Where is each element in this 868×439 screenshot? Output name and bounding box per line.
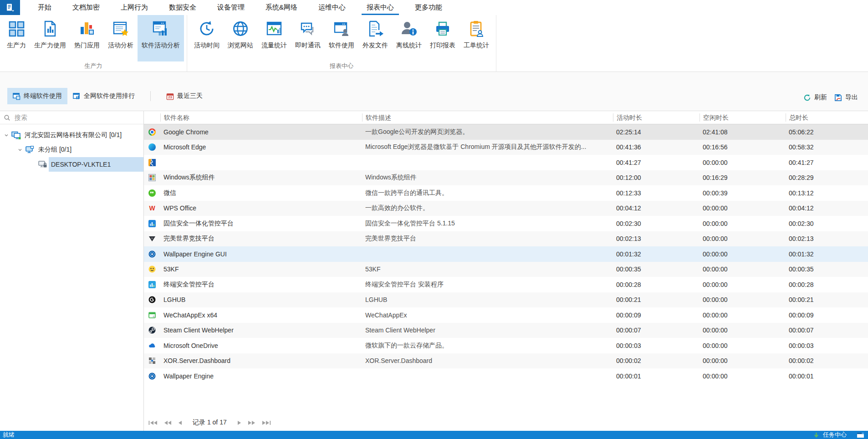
software-name-cell: Microsoft Edge bbox=[160, 143, 362, 151]
ribbon-button-browse-websites[interactable]: 浏览网站 bbox=[224, 15, 257, 61]
first-page-button[interactable] bbox=[148, 420, 158, 426]
software-name-cell: 固信安全一体化管控平台 bbox=[160, 220, 362, 228]
next-page-button[interactable] bbox=[237, 420, 242, 426]
idle-time-cell: 00:00:00 bbox=[700, 250, 786, 258]
total-time-cell: 00:01:32 bbox=[786, 250, 868, 258]
idle-time-cell: 00:00:39 bbox=[700, 189, 786, 197]
ribbon-button-print-reports[interactable]: 打印报表 bbox=[426, 15, 460, 61]
ribbon-button-activity-time[interactable]: 活动时间 bbox=[190, 15, 224, 61]
fast-next-page-button[interactable] bbox=[247, 420, 256, 426]
wechatappex-app-icon bbox=[144, 311, 160, 319]
ribbon-button-software-activity-analysis[interactable]: 软件活动分析 bbox=[138, 15, 184, 61]
app-menu-button[interactable] bbox=[0, 0, 20, 15]
last-page-button[interactable] bbox=[261, 420, 272, 426]
table-row[interactable]: Wallpaper Engine00:00:0100:00:0000:00:01 bbox=[144, 368, 868, 384]
software-desc-cell: 固信安全一体化管控平台 5.1.15 bbox=[362, 220, 613, 228]
header-active-time[interactable]: 活动时长 bbox=[613, 113, 700, 122]
fast-prev-page-button[interactable] bbox=[163, 420, 172, 426]
idle-time-cell: 00:00:00 bbox=[700, 311, 786, 319]
terminal-security-app-icon bbox=[144, 281, 160, 288]
tree-node-0[interactable]: 河北安固云网络科技有限公司 [0/1] bbox=[0, 128, 143, 143]
idle-time-cell: 00:00:00 bbox=[700, 296, 786, 303]
prev-page-button[interactable] bbox=[178, 420, 183, 426]
table-row[interactable]: Microsoft OneDrive微软旗下的一款云存储产品。00:00:030… bbox=[144, 338, 868, 353]
software-name-cell: 完美世界竞技平台 bbox=[160, 235, 362, 243]
ribbon-button-productivity-usage[interactable]: 生产力使用 bbox=[30, 15, 70, 61]
active-time-cell: 00:01:32 bbox=[613, 250, 700, 258]
total-time-cell: 00:00:35 bbox=[786, 265, 868, 273]
work-order-stats-icon bbox=[467, 19, 486, 38]
table-row[interactable]: Google Chrome一款Google公司开发的网页浏览器。02:25:14… bbox=[144, 124, 868, 140]
menu-tab-more-features[interactable]: 更多功能 bbox=[404, 0, 453, 15]
view-button-network-software-ranking[interactable]: 全网软件使用排行 bbox=[67, 88, 140, 104]
date-filter-button[interactable]: 23最近三天 bbox=[161, 88, 208, 104]
software-desc-cell: WeChatAppEx bbox=[362, 311, 613, 319]
active-time-cell: 00:02:13 bbox=[613, 235, 700, 242]
task-center-link[interactable]: 任务中心 bbox=[823, 431, 847, 439]
table-row[interactable]: Wallpaper Engine GUI00:01:3200:00:0000:0… bbox=[144, 246, 868, 262]
ribbon-button-traffic-stats[interactable]: 流量统计 bbox=[257, 15, 291, 61]
computer-group-icon bbox=[11, 131, 21, 140]
outgoing-files-icon bbox=[366, 19, 385, 38]
header-idle-time[interactable]: 空闲时长 bbox=[700, 113, 786, 122]
software-name-cell: WeChatAppEx x64 bbox=[160, 311, 362, 319]
header-total-time[interactable]: 总时长 bbox=[786, 113, 868, 122]
table-empty-space bbox=[144, 384, 868, 415]
software-name-cell: LGHUB bbox=[160, 296, 362, 303]
tree-node-label: DESKTOP-VLKTLE1 bbox=[51, 161, 111, 168]
secondary-toolbar: 终端软件使用全网软件使用排行23最近三天刷新导出 bbox=[0, 72, 868, 111]
tree-node-2[interactable]: DESKTOP-VLKTLE1 bbox=[0, 157, 143, 172]
ribbon-button-work-order-stats[interactable]: 工单统计 bbox=[460, 15, 493, 61]
table-row[interactable]: 完美世界竞技平台完美世界竞技平台00:02:1300:00:0000:02:13 bbox=[144, 231, 868, 247]
menu-tab-document-encryption[interactable]: 文档加密 bbox=[62, 0, 110, 15]
table-row[interactable]: 微信微信一款跨平台的通讯工具。00:12:3300:00:3900:13:12 bbox=[144, 185, 868, 201]
tree-node-1[interactable]: 未分组 [0/1] bbox=[0, 143, 143, 157]
table-row[interactable]: Windows系统组件Windows系统组件00:12:0000:16:2900… bbox=[144, 170, 868, 186]
ribbon-button-activity-analysis[interactable]: 活动分析 bbox=[104, 15, 138, 61]
table-row[interactable]: 00:41:2700:00:0000:41:27 bbox=[144, 155, 868, 170]
chrome-app-icon bbox=[144, 128, 160, 136]
table-row[interactable]: 53KF53KF00:00:3500:00:0000:00:35 bbox=[144, 262, 868, 277]
total-time-cell: 00:00:09 bbox=[786, 311, 868, 319]
ribbon-button-productivity-grid[interactable]: 生产力 bbox=[3, 15, 30, 61]
software-desc-cell: Windows系统组件 bbox=[362, 174, 613, 182]
wallpaper-engine-app-icon bbox=[144, 250, 160, 258]
table-row[interactable]: 固信安全一体化管控平台固信安全一体化管控平台 5.1.1500:02:3000:… bbox=[144, 216, 868, 231]
menu-tab-system-network[interactable]: 系统&网络 bbox=[255, 0, 308, 15]
ribbon-button-instant-messaging[interactable]: 即时通讯 bbox=[291, 15, 325, 61]
refresh-button[interactable]: 刷新 bbox=[800, 91, 831, 104]
instant-messaging-icon bbox=[298, 19, 317, 38]
header-software-desc[interactable]: 软件描述 bbox=[362, 113, 613, 122]
ribbon-button-software-usage[interactable]: 软件使用 bbox=[325, 15, 358, 61]
menu-tab-data-security[interactable]: 数据安全 bbox=[158, 0, 207, 15]
menu-tab-device-management[interactable]: 设备管理 bbox=[207, 0, 255, 15]
export-button[interactable]: 导出 bbox=[831, 91, 862, 104]
table-row[interactable]: LGHUBLGHUB00:00:2100:00:0000:00:21 bbox=[144, 292, 868, 308]
menu-tab-report-center[interactable]: 报表中心 bbox=[356, 0, 404, 15]
menu-tab-internet-behavior[interactable]: 上网行为 bbox=[110, 0, 158, 15]
ribbon-button-hot-apps[interactable]: 热门应用 bbox=[70, 15, 104, 61]
lghub-app-icon bbox=[144, 296, 160, 303]
header-software-name[interactable]: 软件名称 bbox=[160, 113, 362, 122]
software-desc-cell: 微信一款跨平台的通讯工具。 bbox=[362, 189, 613, 197]
table-row[interactable]: XOR.Server.DashboardXOR.Server.Dashboard… bbox=[144, 353, 868, 369]
table-row[interactable]: WWPS Office一款高效的办公软件。00:04:1200:00:0000:… bbox=[144, 201, 868, 216]
svg-text:23: 23 bbox=[168, 95, 172, 99]
table-row[interactable]: WeChatAppEx x64WeChatAppEx00:00:0900:00:… bbox=[144, 307, 868, 323]
table-row[interactable]: Microsoft EdgeMicrosoft Edge浏览器是微软基于 Chr… bbox=[144, 140, 868, 155]
idle-time-cell: 00:00:00 bbox=[700, 373, 786, 380]
menu-tab-start[interactable]: 开始 bbox=[27, 0, 62, 15]
search-input[interactable] bbox=[14, 113, 140, 122]
view-button-terminal-software-usage[interactable]: 终端软件使用 bbox=[7, 88, 67, 104]
ribbon-button-offline-stats[interactable]: 离线统计 bbox=[392, 15, 426, 61]
table-row[interactable]: 终端安全管控平台终端安全管控平台 安装程序00:00:2800:00:0000:… bbox=[144, 277, 868, 292]
table-row[interactable]: Steam Client WebHelperSteam Client WebHe… bbox=[144, 323, 868, 338]
search-box bbox=[0, 111, 143, 124]
ribbon-button-outgoing-files[interactable]: 外发文件 bbox=[358, 15, 392, 61]
idle-time-cell: 00:00:00 bbox=[700, 220, 786, 227]
software-name-cell: Windows系统组件 bbox=[160, 174, 362, 182]
device-tree: 河北安固云网络科技有限公司 [0/1]未分组 [0/1]DESKTOP-VLKT… bbox=[0, 124, 143, 431]
active-time-cell: 00:41:27 bbox=[613, 159, 700, 166]
task-center-window-icon[interactable] bbox=[857, 432, 864, 438]
menu-tab-ops-center[interactable]: 运维中心 bbox=[308, 0, 356, 15]
